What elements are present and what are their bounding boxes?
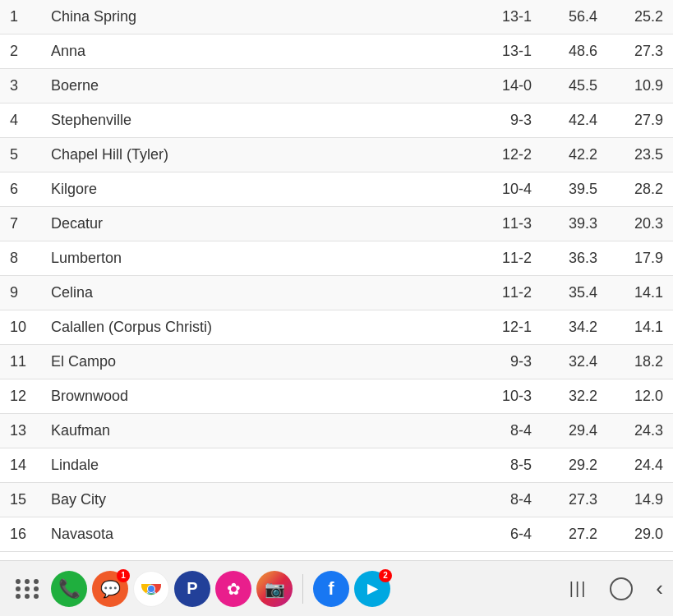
rankings-table-container: 1 China Spring 13-1 56.4 25.2 2 Anna 13-… — [0, 0, 673, 560]
rank-cell: 9 — [0, 276, 41, 310]
team-name-cell[interactable]: Lindale — [41, 448, 468, 483]
table-row: 7 Decatur 11-3 39.3 20.3 — [0, 207, 673, 241]
score2-cell: 14.1 — [607, 310, 673, 345]
score1-cell: 48.6 — [542, 34, 607, 69]
team-name-cell[interactable]: Kaufman — [41, 414, 468, 448]
record-cell: 8-4 — [468, 483, 542, 517]
rank-cell: 2 — [0, 34, 41, 69]
rank-cell: 11 — [0, 345, 41, 379]
nav-home-icon[interactable] — [610, 577, 633, 600]
record-cell: 14-0 — [468, 69, 542, 103]
rank-cell: 13 — [0, 414, 41, 448]
chrome-app-icon[interactable] — [133, 571, 169, 607]
team-name-cell[interactable]: Celina — [41, 276, 468, 310]
instagram-app-icon[interactable]: 📷 — [256, 571, 293, 607]
prime-video-app-icon[interactable]: ▶ 2 — [354, 571, 390, 607]
team-name-cell[interactable]: Navasota — [41, 517, 468, 552]
team-name-cell[interactable]: Boerne — [41, 69, 468, 103]
score1-cell: 34.2 — [542, 310, 607, 345]
facebook-app-icon[interactable]: f — [313, 571, 349, 607]
messages-badge: 1 — [117, 569, 130, 582]
table-row: 14 Lindale 8-5 29.2 24.4 — [0, 448, 673, 483]
record-cell: 10-3 — [468, 379, 542, 414]
score1-cell: 36.3 — [542, 241, 607, 276]
taskbar-divider — [302, 574, 303, 604]
rank-cell: 4 — [0, 103, 41, 138]
rank-cell: 3 — [0, 69, 41, 103]
pandora-app-icon[interactable]: P — [174, 571, 210, 607]
table-row: 11 El Campo 9-3 32.4 18.2 — [0, 345, 673, 379]
record-cell: 10-4 — [468, 172, 542, 207]
rank-cell: 5 — [0, 138, 41, 172]
team-name-cell[interactable]: Brownwood — [41, 379, 468, 414]
phone-app-icon[interactable]: 📞 — [51, 571, 87, 607]
score2-cell: 27.9 — [607, 103, 673, 138]
table-row: 1 China Spring 13-1 56.4 25.2 — [0, 0, 673, 34]
table-row: 10 Calallen (Corpus Christi) 12-1 34.2 1… — [0, 310, 673, 345]
table-row: 2 Anna 13-1 48.6 27.3 — [0, 34, 673, 69]
record-cell: 11-2 — [468, 276, 542, 310]
score2-cell: 14.1 — [607, 276, 673, 310]
score2-cell: 20.3 — [607, 207, 673, 241]
rankings-table: 1 China Spring 13-1 56.4 25.2 2 Anna 13-… — [0, 0, 673, 552]
score2-cell: 28.2 — [607, 172, 673, 207]
score2-cell: 23.5 — [607, 138, 673, 172]
prime-video-badge: 2 — [379, 569, 392, 582]
score1-cell: 56.4 — [542, 0, 607, 34]
team-name-cell[interactable]: Calallen (Corpus Christi) — [41, 310, 468, 345]
record-cell: 13-1 — [468, 0, 542, 34]
record-cell: 8-5 — [468, 448, 542, 483]
score2-cell: 18.2 — [607, 345, 673, 379]
team-name-cell[interactable]: Lumberton — [41, 241, 468, 276]
score2-cell: 14.9 — [607, 483, 673, 517]
score1-cell: 39.3 — [542, 207, 607, 241]
score1-cell: 42.2 — [542, 138, 607, 172]
team-name-cell[interactable]: Stephenville — [41, 103, 468, 138]
team-name-cell[interactable]: Anna — [41, 34, 468, 69]
table-row: 15 Bay City 8-4 27.3 14.9 — [0, 483, 673, 517]
petal-app-icon[interactable]: ✿ — [215, 571, 251, 607]
table-row: 6 Kilgore 10-4 39.5 28.2 — [0, 172, 673, 207]
table-row: 13 Kaufman 8-4 29.4 24.3 — [0, 414, 673, 448]
team-name-cell[interactable]: El Campo — [41, 345, 468, 379]
score2-cell: 27.3 — [607, 34, 673, 69]
rank-cell: 7 — [0, 207, 41, 241]
table-row: 5 Chapel Hill (Tyler) 12-2 42.2 23.5 — [0, 138, 673, 172]
record-cell: 12-2 — [468, 138, 542, 172]
score2-cell: 29.0 — [607, 517, 673, 552]
score2-cell: 10.9 — [607, 69, 673, 103]
team-name-cell[interactable]: Kilgore — [41, 172, 468, 207]
score1-cell: 32.2 — [542, 379, 607, 414]
team-name-cell[interactable]: Bay City — [41, 483, 468, 517]
record-cell: 6-4 — [468, 517, 542, 552]
team-name-cell[interactable]: Chapel Hill (Tyler) — [41, 138, 468, 172]
grid-menu-icon[interactable] — [10, 571, 46, 607]
score1-cell: 39.5 — [542, 172, 607, 207]
android-taskbar: 📞 💬 1 P ✿ � — [0, 560, 673, 616]
record-cell: 9-3 — [468, 345, 542, 379]
table-row: 3 Boerne 14-0 45.5 10.9 — [0, 69, 673, 103]
score1-cell: 35.4 — [542, 276, 607, 310]
table-row: 4 Stephenville 9-3 42.4 27.9 — [0, 103, 673, 138]
rank-cell: 1 — [0, 0, 41, 34]
team-name-cell[interactable]: China Spring — [41, 0, 468, 34]
rank-cell: 15 — [0, 483, 41, 517]
messages-app-icon[interactable]: 💬 1 — [92, 571, 128, 607]
rank-cell: 10 — [0, 310, 41, 345]
record-cell: 11-3 — [468, 207, 542, 241]
nav-back-icon[interactable]: ‹ — [656, 576, 663, 601]
team-name-cell[interactable]: Decatur — [41, 207, 468, 241]
score1-cell: 27.2 — [542, 517, 607, 552]
taskbar-apps: 📞 💬 1 P ✿ � — [10, 571, 390, 607]
record-cell: 13-1 — [468, 34, 542, 69]
svg-point-3 — [148, 586, 154, 592]
table-row: 9 Celina 11-2 35.4 14.1 — [0, 276, 673, 310]
score2-cell: 24.3 — [607, 414, 673, 448]
record-cell: 9-3 — [468, 103, 542, 138]
score1-cell: 42.4 — [542, 103, 607, 138]
taskbar-nav: ||| ‹ — [569, 576, 663, 601]
rank-cell: 12 — [0, 379, 41, 414]
nav-menu-icon[interactable]: ||| — [569, 579, 588, 598]
score1-cell: 29.2 — [542, 448, 607, 483]
table-row: 12 Brownwood 10-3 32.2 12.0 — [0, 379, 673, 414]
